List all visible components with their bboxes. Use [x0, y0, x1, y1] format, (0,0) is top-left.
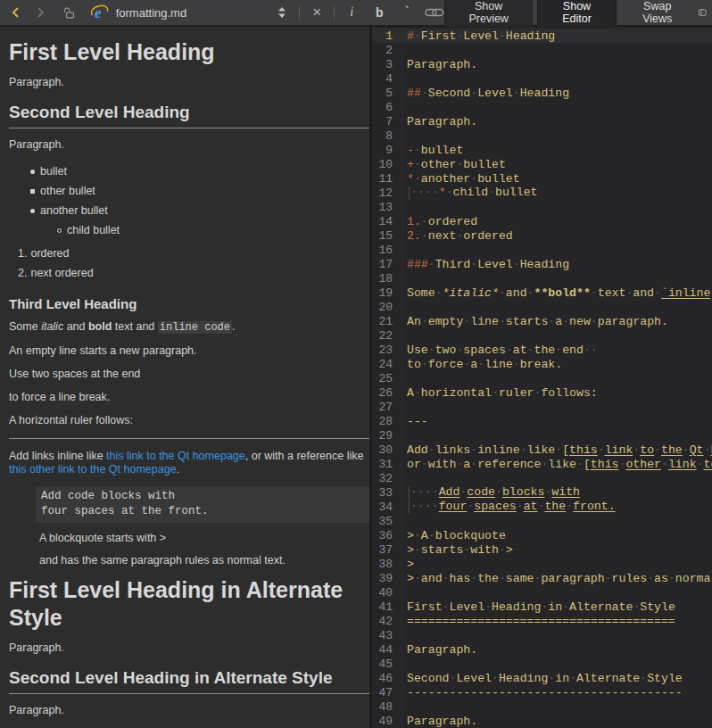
editor-line[interactable]: 37>·starts·with·> [372, 542, 712, 557]
show-preview-button[interactable]: Show Preview [444, 0, 534, 29]
editor-line[interactable]: 7Paragraph. [372, 114, 712, 128]
code-token: ====================================== [407, 615, 675, 628]
text-segment: Add links inline like [9, 450, 106, 462]
editor-line[interactable]: 9-·bullet [372, 143, 712, 157]
code-token: follows: [541, 386, 597, 400]
editor-line[interactable]: 11*·another·bullet [372, 171, 712, 186]
line-number: 1 [372, 29, 402, 43]
editor-line[interactable]: 43 [372, 628, 712, 642]
editor-line[interactable]: 22 [372, 328, 712, 343]
editor-line[interactable]: 17###·Third·Level·Heading [372, 257, 712, 271]
code-token: normal [675, 572, 712, 585]
whitespace-dot: · [495, 485, 502, 499]
editor-line[interactable]: 35 [372, 514, 712, 528]
editor-line[interactable]: 48 [372, 699, 712, 714]
whitespace-dot: · [414, 158, 421, 171]
editor-line[interactable]: 8 [372, 128, 712, 143]
editor-line[interactable]: 141.·ordered [372, 214, 712, 228]
format-bold-button[interactable]: b [371, 2, 387, 23]
line-number: 40 [372, 586, 402, 600]
editor-line[interactable]: 34····four·spaces·at·the·front. [372, 500, 712, 514]
insert-link-button[interactable] [425, 2, 444, 23]
close-button[interactable]: × [309, 2, 325, 23]
code-token: child [453, 186, 489, 199]
code-token: new [569, 315, 591, 328]
swap-views-button[interactable]: Swap Views [621, 0, 694, 29]
editor-line[interactable]: 18 [372, 271, 712, 285]
whitespace-dot: · [562, 315, 569, 328]
editor-line[interactable]: 21An·empty·line·starts·a·new·paragraph. [372, 314, 712, 328]
editor-line[interactable]: 30Add·links·inline·like·[this·link·to·th… [372, 443, 712, 457]
editor-line[interactable]: 3Paragraph. [372, 57, 712, 71]
editor-line[interactable]: 20 [372, 300, 712, 314]
editor-line[interactable]: 29 [372, 428, 712, 443]
editor-line[interactable]: 26A·horizontal·ruler·follows: [372, 385, 712, 400]
forward-button[interactable] [32, 2, 48, 23]
format-code-button[interactable]: ` [399, 2, 415, 23]
preview-link[interactable]: this link to the Qt homepage [106, 450, 245, 462]
editor-line[interactable]: 44Paragraph. [372, 642, 712, 657]
whitespace-dot: · [591, 343, 598, 357]
editor-line[interactable]: 152.·next·ordered [372, 228, 712, 243]
editor-line[interactable]: 42====================================== [372, 614, 712, 628]
editor-line[interactable]: 41First·Level·Heading·in·Alternate·Style [372, 600, 712, 614]
clipped-toolbar-button[interactable] [699, 5, 707, 20]
whitespace-dot: · [520, 443, 527, 457]
editor-line[interactable]: 1#·First·Level·Heading [372, 29, 712, 43]
editor-line[interactable]: 47--------------------------------------… [372, 685, 712, 699]
open-padlock-icon [62, 6, 76, 20]
editor-line[interactable]: 45 [372, 657, 712, 671]
code-token: [ [562, 443, 569, 457]
editor-line[interactable]: 12····*·child·bullet [372, 186, 712, 200]
editor-line[interactable]: 19Some·*italic*·and·**bold**·text·and·`i… [372, 285, 712, 300]
editor-line[interactable]: 6 [372, 100, 712, 114]
code-token: to [703, 458, 712, 471]
editor-line[interactable]: 2 [372, 43, 712, 57]
markdown-editor-pane[interactable]: 1#·First·Level·Heading23Paragraph.45##·S… [372, 27, 712, 728]
text-segment: Paragraph. [9, 76, 64, 88]
editor-line[interactable]: 33····Add·code·blocks·with [372, 485, 712, 500]
editor-line[interactable]: 36>·A·blockquote [372, 528, 712, 542]
editor-line[interactable]: 32 [372, 471, 712, 485]
back-button[interactable] [7, 2, 23, 23]
code-token: An [407, 315, 421, 328]
editor-line[interactable]: 24to·force·a·line·break. [372, 357, 712, 371]
code-token: **bold** [534, 286, 590, 300]
view-buttons-group: Show Preview Show Editor Swap Views [444, 0, 707, 29]
code-token: and [421, 572, 443, 585]
code-token: Level [463, 29, 499, 43]
preview-link[interactable]: this other link to the Qt homepage [9, 463, 177, 476]
editor-line[interactable]: 10+·other·bullet [372, 157, 712, 171]
code-token: code [467, 485, 495, 499]
markdown-preview-pane: First Level HeadingParagraph.Second Leve… [0, 27, 369, 728]
editor-line[interactable]: 4 [372, 71, 712, 86]
editor-line[interactable]: 23Use·two·spaces·at·the·end·· [372, 343, 712, 357]
code-token: line [484, 358, 513, 371]
code-token: [ [584, 458, 591, 471]
editor-line[interactable]: 28--- [372, 414, 712, 428]
text-segment: Some [9, 320, 41, 333]
text-segment: An empty line starts a new paragraph. [9, 344, 197, 357]
split-toggle-button[interactable] [274, 2, 290, 23]
format-italic-button[interactable]: i [344, 2, 360, 23]
editor-line[interactable]: 25 [372, 371, 712, 385]
editor-line[interactable]: 13 [372, 200, 712, 214]
editor-line[interactable]: 5##·Second·Level·Heading [372, 86, 712, 100]
editor-line[interactable]: 39>·and·has·the·same·paragraph·rules·as·… [372, 571, 712, 585]
show-editor-button[interactable]: Show Editor [537, 0, 616, 29]
split-view: First Level HeadingParagraph.Second Leve… [0, 27, 712, 728]
editor-line[interactable]: 38> [372, 557, 712, 571]
editor-line[interactable]: 16 [372, 243, 712, 257]
editor-line[interactable]: 31or·with·a·reference·like·[this·other·l… [372, 457, 712, 471]
editor-line[interactable]: 46Second·Level·Heading·in·Alternate·Styl… [372, 671, 712, 685]
line-content: ##·Second·Level·Heading [402, 87, 712, 100]
whitespace-dot: · [470, 458, 477, 471]
editor-line[interactable]: 40 [372, 585, 712, 600]
editor-line[interactable]: 27 [372, 400, 712, 414]
code-token: A [421, 529, 428, 542]
editor-line[interactable]: 49Paragraph. [372, 714, 712, 728]
toolbar-separator [334, 5, 335, 20]
unlock-icon[interactable] [61, 2, 77, 23]
whitespace-dot: · [410, 500, 418, 513]
line-content: Paragraph. [402, 58, 712, 71]
